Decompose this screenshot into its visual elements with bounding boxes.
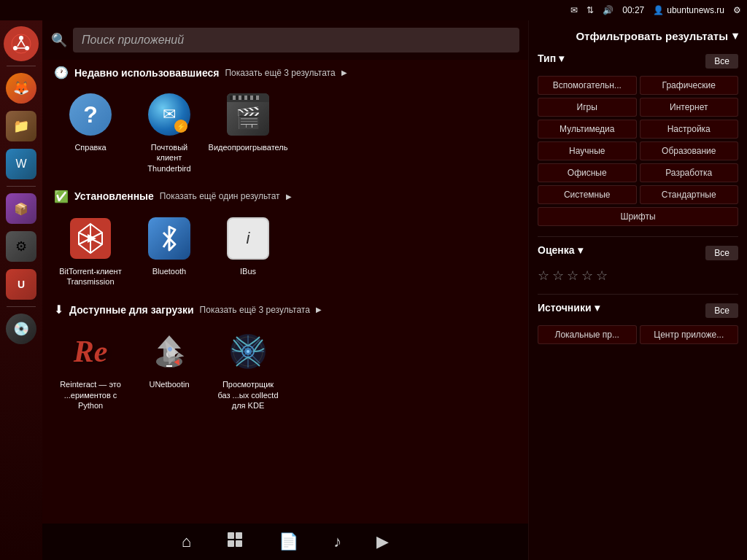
app-ksysguard[interactable]: Просмотрщик баз ...ых collectd для KDE [212,324,285,415]
rating-chevron-icon: ▾ [578,244,583,256]
sidebar-item-firefox[interactable]: 🦊 [4,71,39,106]
sidebar-divider-2 [7,186,36,187]
installed-icon: ✅ [54,190,69,203]
star-3[interactable]: ☆ [567,268,578,284]
volume-icon-wrap[interactable]: 🔊 [603,5,614,15]
filter-title: Отфильтровать результаты [576,30,728,42]
filter-btn-multimedia[interactable]: Мультимедиа [538,120,637,139]
sidebar-item-terminal[interactable]: U [4,267,39,302]
ibus-icon: i [227,217,269,260]
user-icon-wrap[interactable]: 👤 ubuntunews.ru [653,5,724,15]
email-icon: ✉ [570,5,578,15]
nav-home[interactable]: ⌂ [176,529,197,554]
app-transmission-label: BitTorrent-клиент Transmission [58,266,123,287]
app-thunderbird-icon-wrap: ✉ ⚡ [146,91,193,138]
app-thunderbird[interactable]: ✉ ⚡ Почтовый клиент Thunderbird [133,87,206,178]
sidebar-item-ubuntu[interactable] [4,26,39,61]
filter-btn-science[interactable]: Научные [538,141,637,160]
recent-title: Недавно использовавшиеся [74,67,219,79]
sources-filter-title[interactable]: Источники ▾ [538,302,600,314]
sidebar-item-settings[interactable]: ⚙ [4,229,39,264]
filter-btn-standard[interactable]: Стандартные [640,185,739,204]
installed-section-header: ✅ Установленные Показать ещё один резуль… [54,190,516,203]
recent-more-arrow: ▶ [341,69,347,77]
app-ksysguard-icon-wrap [225,328,271,375]
app-help[interactable]: ? Справка [54,87,127,178]
filter-chevron-icon: ▾ [732,29,738,42]
recent-more[interactable]: Показать ещё 3 результата [225,68,335,78]
nav-music[interactable]: ♪ [328,529,347,554]
video-icon: 🎬 [227,93,269,136]
available-more[interactable]: Показать ещё 3 результата [200,305,310,315]
transmission-icon [69,217,112,260]
filter-btn-office[interactable]: Офисные [538,163,637,182]
settings-icon-wrap[interactable]: ⚙ [733,5,741,15]
type-all-button[interactable]: Все [705,54,738,69]
filter-btn-helper[interactable]: Вспомогательн... [538,76,637,95]
recent-apps-row: ? Справка ✉ ⚡ Почтовый кл [54,87,516,178]
star-2[interactable]: ☆ [552,268,564,284]
type-filter-title[interactable]: Тип ▾ [538,52,564,64]
rating-filter-section: Оценка ▾ Все ☆ ☆ ☆ ☆ ☆ [538,244,738,284]
filter-panel: Отфильтровать результаты ▾ Тип ▾ Все Всп… [528,20,747,560]
sidebar-item-files[interactable]: 📁 [4,109,39,144]
app-help-icon-wrap: ? [67,91,114,138]
app-reinteract-label: Reinteract — это ...ериментов с Python [58,379,123,411]
app-transmission-icon-wrap [67,215,114,262]
email-icon-wrap[interactable]: ✉ [570,5,578,15]
filter-btn-graphics[interactable]: Графические [640,76,739,95]
search-icon: 🔍 [51,32,67,48]
svg-rect-36 [236,540,242,547]
sources-all-button[interactable]: Все [705,303,738,318]
nav-video[interactable]: ▶ [371,529,395,554]
app-ibus[interactable]: i IBus [212,211,285,292]
type-filter-grid: Вспомогательн... Графические Игры Интерн… [538,76,738,226]
app-thunderbird-label: Почтовый клиент Thunderbird [137,142,201,174]
app-unetbootin[interactable]: UNetbootin [133,324,206,415]
sidebar-item-writer[interactable]: W [4,147,39,182]
username: ubuntunews.ru [667,5,724,15]
thunderbird-icon: ✉ ⚡ [148,93,190,136]
stars-row[interactable]: ☆ ☆ ☆ ☆ ☆ [538,268,738,284]
available-section-header: ⬇ Доступные для загрузки Показать ещё 3 … [54,303,516,316]
app-reinteract[interactable]: Re Reinteract — это ...ериментов с Pytho… [54,324,127,415]
recent-section-header: 🕐 Недавно использовавшиеся Показать ещё … [54,66,516,79]
filter-btn-dev[interactable]: Разработка [640,163,739,182]
search-input[interactable] [73,28,519,52]
installed-more[interactable]: Показать ещё один результат [160,191,280,201]
filter-btn-fonts[interactable]: Шрифты [538,207,738,226]
filter-btn-games[interactable]: Игры [538,98,637,117]
nav-apps[interactable] [220,528,249,556]
bottom-nav: ⌂ 📄 ♪ ▶ [42,524,528,560]
svg-rect-35 [228,540,234,547]
search-bar-container: 🔍 [42,20,528,60]
star-5[interactable]: ☆ [596,268,608,284]
filter-btn-appstore[interactable]: Центр приложе... [640,325,739,344]
filter-btn-local[interactable]: Локальные пр... [538,325,637,344]
network-icon-wrap[interactable]: ⇅ [587,5,594,15]
svg-point-32 [247,350,249,353]
sidebar-item-disk[interactable]: 💿 [4,311,39,346]
filter-divider-1 [538,236,738,237]
star-1[interactable]: ☆ [538,268,549,284]
app-video[interactable]: 🎬 Видеопроигрыватель [212,87,285,178]
app-transmission[interactable]: BitTorrent-клиент Transmission [54,211,127,292]
filter-btn-settings[interactable]: Настройка [640,120,739,139]
installed-section: ✅ Установленные Показать ещё один резуль… [54,190,516,292]
download-icon: ⬇ [54,303,63,316]
filter-btn-internet[interactable]: Интернет [640,98,739,117]
rating-filter-title[interactable]: Оценка ▾ [538,244,583,256]
rating-all-button[interactable]: Все [705,246,738,260]
filter-btn-system[interactable]: Системные [538,185,637,204]
app-video-icon-wrap: 🎬 [225,91,271,138]
app-unetbootin-icon-wrap [146,328,193,375]
nav-files[interactable]: 📄 [273,529,304,554]
sources-chevron-icon: ▾ [595,302,600,314]
sidebar-item-appstore[interactable]: 📦 [4,191,39,226]
filter-btn-education[interactable]: Образование [640,141,739,160]
top-bar: ✉ ⇅ 🔊 00:27 👤 ubuntunews.ru ⚙ [0,0,747,20]
svg-rect-34 [236,532,242,539]
star-4[interactable]: ☆ [581,268,593,284]
app-video-label: Видеопроигрыватель [209,142,288,152]
app-bluetooth[interactable]: Bluetooth [133,211,206,292]
